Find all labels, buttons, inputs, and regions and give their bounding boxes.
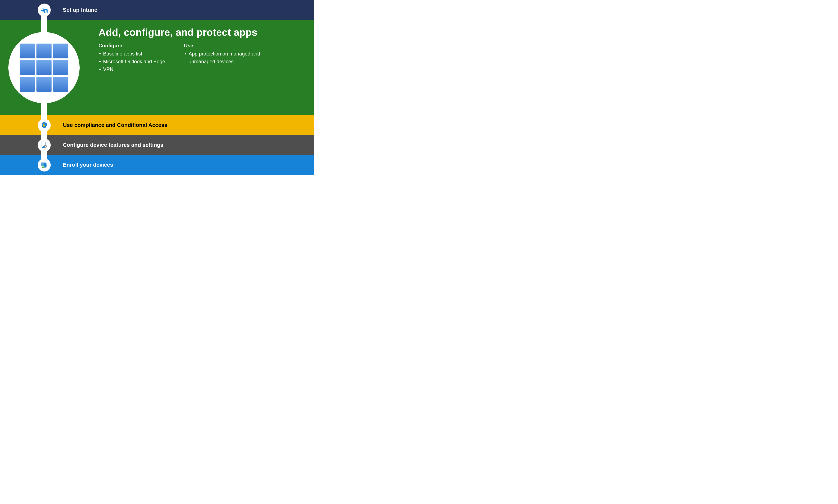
svg-line-14 — [46, 147, 47, 147]
use-list: App protection on managed and unmanaged … — [184, 50, 264, 65]
list-item: App protection on managed and unmanaged … — [184, 50, 264, 65]
step-setup-label: Set up Intune — [63, 7, 98, 13]
configure-heading: Configure — [99, 43, 165, 49]
svg-line-13 — [44, 145, 45, 145]
use-column: Use App protection on managed and unmana… — [184, 43, 264, 73]
step-ca-label: Use compliance and Conditional Access — [63, 122, 168, 128]
intune-steps-diagram: Set up Intune Add, configure, and protec… — [0, 0, 314, 175]
step-apps-expanded: Add, configure, and protect apps Configu… — [0, 20, 314, 115]
device-add-icon — [38, 159, 51, 172]
list-item: VPN — [99, 65, 165, 73]
monitor-icon — [38, 3, 51, 17]
apps-grid-icon — [8, 32, 80, 103]
shield-lock-icon — [38, 119, 51, 132]
step-device-features: Configure device features and settings — [0, 135, 314, 155]
step-apps-content: Add, configure, and protect apps Configu… — [99, 26, 264, 73]
svg-line-16 — [46, 145, 47, 145]
svg-point-8 — [45, 146, 46, 147]
svg-rect-4 — [43, 125, 45, 126]
svg-line-15 — [44, 147, 45, 147]
configure-list: Baseline apps list Microsoft Outlook and… — [99, 50, 165, 73]
svg-point-1 — [43, 8, 44, 10]
step-setup: Set up Intune — [0, 0, 314, 20]
step-apps-title: Add, configure, and protect apps — [99, 26, 264, 38]
svg-rect-2 — [42, 11, 44, 12]
step-enroll-devices: Enroll your devices — [0, 155, 314, 175]
list-item: Baseline apps list — [99, 50, 165, 58]
list-item: Microsoft Outlook and Edge — [99, 58, 165, 65]
configure-column: Configure Baseline apps list Microsoft O… — [99, 43, 165, 73]
step-enroll-label: Enroll your devices — [63, 162, 113, 168]
step-conditional-access: Use compliance and Conditional Access — [0, 115, 314, 135]
device-gear-icon — [38, 139, 51, 151]
step-feat-label: Configure device features and settings — [63, 142, 163, 148]
use-heading: Use — [184, 43, 264, 49]
